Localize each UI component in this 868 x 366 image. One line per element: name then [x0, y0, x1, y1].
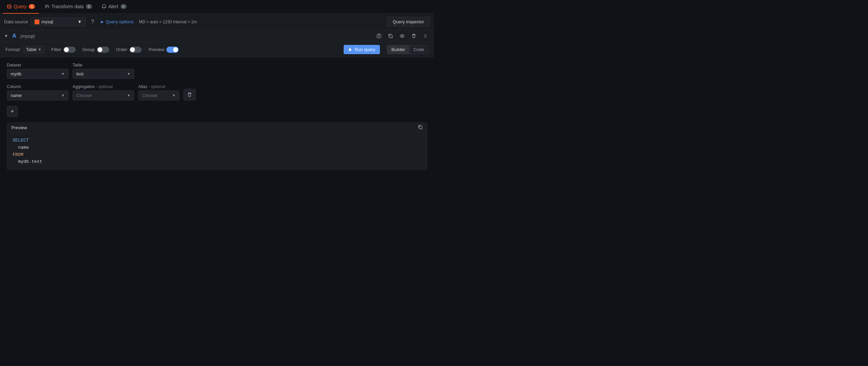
alias-select[interactable]: Choose ▼ [138, 90, 179, 100]
preview-header: Preview [7, 123, 427, 133]
tab-alert[interactable]: Alert 0 [98, 0, 131, 14]
delete-row-button[interactable] [183, 89, 196, 100]
alias-group: Alias - optional Choose ▼ [138, 84, 179, 100]
order-thumb [130, 47, 135, 52]
drag-icon [423, 34, 428, 38]
copy-icon [388, 34, 393, 38]
tab-query[interactable]: Query 1 [3, 0, 39, 14]
dataset-table-row: Dataset mydb ▼ Table test ▼ [7, 63, 427, 79]
query-meta: MD = auto = 1230 Interval = 1m [139, 20, 197, 24]
query-body: Dataset mydb ▼ Table test ▼ Column name [0, 57, 434, 175]
arrow-right-icon: ▶ [101, 20, 104, 24]
query-options-button[interactable]: ▶ Query options [100, 18, 135, 26]
svg-point-10 [426, 37, 426, 37]
run-query-label: Run query [355, 47, 375, 52]
column-row: Column name ▼ Aggregation - optional Cho… [7, 84, 427, 100]
eye-icon [400, 34, 405, 38]
tab-alert-badge: 0 [120, 4, 127, 9]
code-button[interactable]: Code [409, 45, 428, 54]
query-header-actions [374, 32, 430, 40]
database-icon [7, 4, 12, 9]
trash-row-icon [187, 92, 192, 97]
alias-chevron-icon: ▼ [172, 94, 176, 97]
svg-point-2 [379, 37, 379, 37]
column-value: name [11, 93, 22, 98]
help-circle-icon [376, 34, 381, 38]
svg-rect-3 [390, 35, 392, 38]
filter-thumb [64, 47, 69, 52]
run-query-button[interactable]: Run query [344, 45, 380, 54]
view-toggle: Builder Code [387, 45, 429, 54]
table-label: Table [73, 63, 134, 68]
format-bar: Format: Table ▼ Filter Group Order Pr [0, 42, 434, 57]
query-datasource: (mysql) [20, 34, 35, 39]
copy-preview-icon [418, 125, 423, 130]
query-id: A [12, 33, 16, 39]
order-toggle[interactable] [129, 47, 142, 53]
preview-section: Preview SELECT name FROM mydb.test [7, 122, 427, 170]
collapse-button[interactable]: ▼ [4, 34, 8, 38]
table-select[interactable]: test ▼ [73, 69, 134, 79]
column-label: Column [7, 84, 68, 89]
tab-alert-label: Alert [108, 4, 118, 9]
tab-transform[interactable]: Transform data 0 [40, 0, 96, 14]
tab-query-label: Query [14, 4, 27, 9]
help-button[interactable]: ? [88, 17, 97, 26]
chevron-down-icon: ▼ [77, 19, 82, 24]
query-inspector-button[interactable]: Query inspector [387, 17, 430, 27]
dataset-select[interactable]: mydb ▼ [7, 69, 68, 79]
aggregation-placeholder: Choose [76, 93, 92, 98]
datasource-name: mysql [41, 19, 53, 24]
preview-label: Preview [149, 47, 164, 52]
group-label: Group [82, 47, 95, 52]
aggregation-label: Aggregation - optional [73, 84, 134, 89]
svg-point-4 [401, 35, 403, 37]
drag-handle-button[interactable] [421, 32, 430, 40]
group-thumb [98, 47, 102, 52]
transform-icon [44, 4, 49, 9]
table-group: Table test ▼ [73, 63, 134, 79]
svg-marker-11 [349, 48, 352, 51]
data-source-label: Data source [4, 19, 28, 24]
preview-copy-button[interactable] [418, 125, 423, 131]
copy-button[interactable] [386, 32, 395, 40]
group-item: Group [82, 47, 109, 53]
dataset-chevron-icon: ▼ [61, 72, 65, 76]
preview-thumb [173, 47, 178, 52]
aggregation-chevron-icon: ▼ [127, 94, 130, 97]
query-options-label: Query options [106, 19, 133, 24]
svg-rect-12 [419, 126, 422, 129]
preview-toggle[interactable] [166, 47, 179, 53]
aggregation-select[interactable]: Choose ▼ [73, 90, 134, 100]
format-select[interactable]: Table ▼ [23, 46, 44, 53]
sql-table: mydb.test [13, 158, 421, 166]
svg-point-8 [426, 36, 426, 36]
sql-column: name [13, 144, 421, 151]
filter-toggle[interactable] [63, 47, 76, 53]
column-select[interactable]: name ▼ [7, 90, 68, 100]
alias-placeholder: Choose [142, 93, 157, 98]
query-help-button[interactable] [374, 32, 383, 40]
filter-label: Filter [51, 47, 61, 52]
trash-icon [411, 34, 416, 38]
tab-query-badge: 1 [29, 4, 35, 9]
format-item: Format: Table ▼ [5, 46, 44, 53]
order-item: Order [116, 47, 142, 53]
format-value: Table [26, 47, 37, 52]
datasource-select[interactable]: mysql ▼ [31, 17, 86, 26]
group-toggle[interactable] [97, 47, 109, 53]
preview-code: SELECT name FROM mydb.test [7, 133, 427, 170]
order-label: Order [116, 47, 127, 52]
format-label: Format: [5, 47, 21, 52]
format-chevron-icon: ▼ [38, 48, 41, 51]
alias-label: Alias - optional [138, 84, 179, 89]
query-editor: ▼ A (mysql) [0, 30, 434, 175]
eye-button[interactable] [398, 32, 407, 40]
svg-point-6 [426, 34, 426, 35]
builder-button[interactable]: Builder [387, 45, 409, 54]
aggregation-group: Aggregation - optional Choose ▼ [73, 84, 134, 100]
add-row-button[interactable]: + [7, 106, 18, 117]
column-chevron-icon: ▼ [61, 94, 65, 97]
delete-query-button[interactable] [409, 32, 418, 40]
tab-bar: Query 1 Transform data 0 Alert 0 [0, 0, 434, 14]
